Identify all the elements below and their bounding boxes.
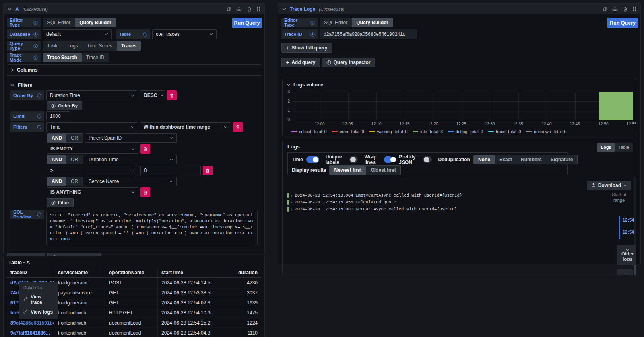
- query-type-traces[interactable]: Traces: [117, 41, 141, 51]
- trace-id-option[interactable]: Trace ID: [82, 53, 109, 62]
- view-trace-menu-item[interactable]: View trace: [19, 292, 58, 307]
- filters-section-header[interactable]: Filters: [10, 82, 258, 88]
- database-select[interactable]: default: [43, 29, 112, 39]
- log-line[interactable]: › 2024-06-28 12:54:18.004 EmptyCartAsync…: [287, 193, 462, 198]
- add-order-by-button[interactable]: Order By: [47, 101, 82, 110]
- copy-icon[interactable]: [226, 6, 231, 12]
- query-type-table[interactable]: Table: [43, 41, 63, 51]
- condition-field-select[interactable]: Parent Span ID: [85, 133, 177, 143]
- query-builder-option[interactable]: Query Builder: [75, 18, 116, 27]
- info-bar[interactable]: [599, 92, 633, 120]
- log-line[interactable]: › 2024-06-28 12:54:16.956 Calculated quo…: [287, 199, 396, 205]
- legend-item[interactable]: debugTotal: 0: [448, 129, 483, 134]
- delete-condition-button[interactable]: [203, 166, 213, 175]
- wrap-lines-toggle[interactable]: [384, 156, 392, 163]
- info-icon[interactable]: [33, 32, 38, 37]
- view-logs-menu-item[interactable]: View logs: [19, 307, 58, 317]
- col-header-traceid[interactable]: traceID: [7, 268, 54, 278]
- info-icon[interactable]: [37, 114, 41, 119]
- delete-condition-button[interactable]: [140, 144, 150, 154]
- query-builder-option[interactable]: Query Builder: [352, 18, 392, 27]
- col-header-servicename[interactable]: serviceName: [54, 268, 105, 278]
- trash-icon[interactable]: [247, 7, 252, 12]
- show-full-query-button[interactable]: +Show full query: [281, 43, 332, 53]
- delete-order-by-button[interactable]: [167, 90, 177, 100]
- add-query-button[interactable]: +Add query: [281, 58, 320, 67]
- order-by-direction-select[interactable]: DESC: [140, 90, 165, 100]
- condition-operator-select[interactable]: IS ANYTHING: [47, 187, 138, 197]
- order-by-field-select[interactable]: Duration Time: [46, 90, 138, 100]
- view-logs-option[interactable]: Logs: [597, 143, 615, 152]
- condition-operator-select[interactable]: IS EMPTY: [47, 144, 138, 154]
- info-icon[interactable]: [143, 32, 147, 37]
- info-icon[interactable]: [33, 55, 38, 60]
- delete-filter-button[interactable]: [233, 122, 243, 132]
- legend-item[interactable]: unknownTotal: 0: [526, 129, 566, 134]
- dedup-none-option[interactable]: None: [474, 155, 495, 164]
- condition-field-select[interactable]: Service Name: [85, 177, 177, 186]
- collapse-chevron-icon[interactable]: [8, 8, 12, 10]
- info-icon[interactable]: [310, 32, 315, 37]
- trace-id-link[interactable]: 9a7faf61841886...: [7, 328, 54, 337]
- logs-volume-header[interactable]: Logs volume: [287, 82, 323, 88]
- expand-log-icon[interactable]: ›: [291, 193, 292, 198]
- delete-condition-button[interactable]: [140, 187, 150, 197]
- condition-field-select[interactable]: Duration Time: [85, 155, 177, 164]
- info-icon[interactable]: [33, 44, 38, 48]
- eye-icon[interactable]: [612, 7, 618, 11]
- eye-icon[interactable]: [236, 7, 242, 11]
- newest-first-option[interactable]: Newest first: [330, 166, 366, 175]
- dedup-signature-option[interactable]: Signature: [546, 155, 577, 164]
- col-header-operationname[interactable]: operationName: [105, 268, 158, 278]
- collapse-chevron-icon[interactable]: [282, 8, 286, 10]
- prettify-json-toggle[interactable]: [423, 156, 431, 163]
- info-icon[interactable]: [37, 212, 41, 217]
- trace-id-value[interactable]: d2a7155ef6a928a05680e5ff6190241d: [320, 29, 417, 39]
- view-table-option[interactable]: Table: [615, 143, 633, 152]
- trace-id-link[interactable]: 89cf4286e631591b4...: [7, 318, 54, 328]
- drag-handle-icon[interactable]: [257, 6, 260, 12]
- limit-input[interactable]: 1000: [46, 111, 70, 121]
- oldest-first-option[interactable]: Oldest first: [366, 166, 400, 175]
- and-option[interactable]: AND: [47, 134, 66, 142]
- trash-icon[interactable]: [623, 7, 627, 12]
- download-button[interactable]: Download: [587, 181, 631, 190]
- unique-labels-toggle[interactable]: [349, 156, 358, 163]
- trace-logs-title[interactable]: Trace Logs: [290, 6, 315, 12]
- info-icon[interactable]: [310, 21, 315, 25]
- drag-handle-icon[interactable]: [633, 6, 636, 12]
- info-icon[interactable]: [37, 93, 41, 98]
- dedup-numbers-option[interactable]: Numbers: [516, 155, 546, 164]
- col-header-duration[interactable]: duration: [211, 268, 261, 278]
- info-icon[interactable]: [37, 125, 41, 129]
- col-header-starttime[interactable]: startTime: [158, 268, 211, 278]
- expand-log-icon[interactable]: ›: [291, 207, 292, 212]
- query-inspector-button[interactable]: Query inspector: [322, 58, 375, 67]
- add-filter-button[interactable]: Filter: [47, 198, 74, 207]
- or-option[interactable]: OR: [66, 134, 83, 142]
- copy-icon[interactable]: [602, 6, 607, 12]
- condition-operator-select[interactable]: >: [47, 166, 138, 175]
- legend-item[interactable]: infoTotal: 3: [413, 129, 443, 134]
- expand-log-icon[interactable]: ›: [291, 200, 292, 205]
- panel-a-title[interactable]: A: [15, 6, 19, 12]
- and-option[interactable]: AND: [47, 177, 66, 186]
- run-query-button[interactable]: Run Query: [607, 18, 638, 28]
- filter-value-select[interactable]: Within dashboard time range: [140, 122, 231, 132]
- trace-search-option[interactable]: Trace Search: [43, 53, 82, 62]
- legend-item[interactable]: traceTotal: 0: [488, 129, 521, 134]
- and-option[interactable]: AND: [47, 155, 66, 164]
- scroll-to-top-button[interactable]: ↑: [617, 269, 633, 275]
- query-type-logs[interactable]: Logs: [63, 41, 83, 51]
- legend-item[interactable]: criticalTotal: 0: [291, 129, 327, 134]
- condition-value-input[interactable]: 0: [140, 166, 201, 175]
- sql-editor-option[interactable]: SQL Editor: [320, 18, 352, 27]
- run-query-button[interactable]: Run Query: [232, 18, 262, 28]
- log-line[interactable]: › 2024-06-28 12:54:15.081 GetCartAsync c…: [287, 206, 457, 212]
- legend-item[interactable]: warningTotal: 0: [369, 129, 408, 134]
- filter-field-select[interactable]: Time: [46, 122, 138, 132]
- columns-section[interactable]: Columns: [7, 64, 261, 76]
- or-option[interactable]: OR: [66, 177, 83, 186]
- query-type-timeseries[interactable]: Time Series: [83, 41, 117, 51]
- info-icon[interactable]: [33, 21, 38, 25]
